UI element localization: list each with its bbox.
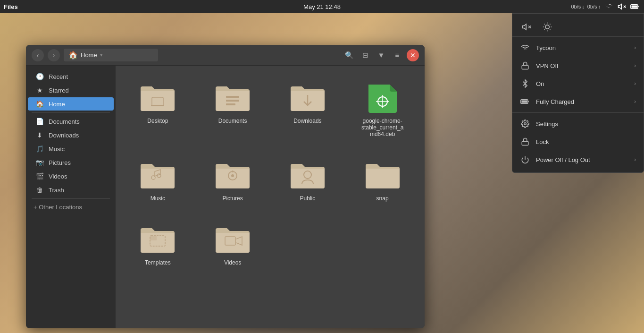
sidebar-item-starred[interactable]: ★ Starred (28, 84, 114, 97)
breadcrumb[interactable]: 🏠 Home ▾ (64, 49, 158, 61)
svg-point-18 (232, 171, 234, 172)
battery-icon[interactable] (630, 1, 640, 12)
svg-marker-0 (619, 4, 622, 9)
datetime: May 21 12:48 (303, 3, 341, 10)
file-item-downloads[interactable]: Downloads (275, 75, 341, 143)
snap-folder-icon (364, 158, 401, 191)
svg-rect-7 (226, 96, 239, 98)
svg-rect-4 (632, 6, 637, 8)
net-down-value: 0b/s (571, 4, 581, 9)
sidebar-item-home[interactable]: 🏠 Home (28, 97, 114, 111)
recent-icon: 🕐 (35, 73, 44, 80)
downloads-label: Downloads (293, 118, 321, 124)
sort-button[interactable]: ▼ (375, 49, 388, 62)
forward-button[interactable]: › (48, 49, 60, 61)
window-body: 🕐 Recent ★ Starred 🏠 Home 📄 Documents ⬇ … (26, 66, 425, 328)
tray-lock-icon (520, 137, 530, 147)
downloads-icon: ⬇ (35, 131, 44, 139)
file-item-videos[interactable]: Videos (200, 217, 266, 272)
sidebar-item-music[interactable]: 🎵 Music (28, 142, 114, 155)
breadcrumb-dropdown-icon: ▾ (100, 52, 103, 58)
main-content: Desktop Documents (116, 66, 425, 328)
tray-power-arrow: › (634, 156, 636, 163)
back-button[interactable]: ‹ (32, 49, 44, 61)
tray-lock-label: Lock (536, 138, 636, 145)
documents-folder-icon (214, 81, 251, 114)
file-item-public[interactable]: Public (275, 153, 341, 207)
search-button[interactable]: 🔍 (343, 49, 356, 62)
sidebar-item-videos[interactable]: 🎬 Videos (28, 170, 114, 183)
view-button[interactable]: ⊟ (359, 49, 372, 62)
svg-rect-6 (151, 105, 164, 106)
tray-power-icon (520, 154, 530, 165)
file-item-documents[interactable]: Documents (200, 75, 266, 143)
svg-marker-23 (523, 24, 527, 30)
videos-folder-icon (214, 222, 251, 256)
tray-wifi-label: Tycoon (536, 44, 628, 51)
documents-label: Documents (218, 118, 247, 124)
tray-settings-item[interactable]: Settings (512, 115, 644, 133)
other-locations-label: + Other Locations (33, 204, 82, 211)
window-titlebar: ‹ › 🏠 Home ▾ 🔍 ⊟ ▼ ≡ ✕ (26, 45, 425, 66)
tray-brightness-icon[interactable] (541, 20, 554, 34)
sound-icon[interactable] (617, 1, 627, 12)
sidebar-label-recent: Recent (49, 73, 68, 80)
svg-line-33 (544, 29, 545, 30)
templates-label: Templates (145, 259, 171, 266)
file-item-templates[interactable]: Templates (125, 217, 191, 272)
file-item-desktop[interactable]: Desktop (125, 75, 191, 143)
breadcrumb-label: Home (81, 51, 97, 59)
pictures-icon: 📷 (35, 159, 44, 166)
tray-battery-icon (520, 96, 530, 107)
home-icon: 🏠 (68, 51, 78, 60)
tray-vpn-icon (520, 60, 530, 71)
music-folder-icon (139, 158, 176, 191)
sidebar-item-trash[interactable]: 🗑 Trash (28, 183, 114, 196)
topbar: Files May 21 12:48 0b/s ↓ 0b/s ↑ (0, 0, 644, 13)
topbar-right: 0b/s ↓ 0b/s ↑ (571, 1, 640, 12)
chrome-deb-label: google-chrome-stable_current_amd64.deb (361, 118, 404, 137)
svg-line-34 (550, 24, 550, 25)
sidebar-label-trash: Trash (49, 187, 64, 194)
public-label: Public (300, 195, 316, 202)
file-item-pictures[interactable]: Pictures (200, 153, 266, 207)
tray-bluetooth-item[interactable]: On › (512, 75, 644, 93)
tray-wifi-item[interactable]: Tycoon › (512, 39, 644, 57)
svg-point-39 (524, 123, 527, 125)
sidebar: 🕐 Recent ★ Starred 🏠 Home 📄 Documents ⬇ … (26, 66, 116, 328)
sidebar-label-documents: Documents (49, 118, 80, 125)
tray-vpn-item[interactable]: VPN Off › (512, 57, 644, 75)
snap-label: snap (376, 195, 389, 202)
net-up-value: 0b/s (587, 4, 597, 9)
close-button[interactable]: ✕ (407, 49, 419, 61)
videos-label: Videos (224, 259, 241, 266)
tray-battery-label: Fully Charged (536, 98, 628, 105)
tray-sound-icon[interactable] (520, 20, 533, 34)
svg-point-17 (231, 174, 234, 177)
wifi-icon[interactable] (603, 1, 614, 12)
app-name: Files (4, 3, 18, 10)
file-item-snap[interactable]: snap (350, 153, 415, 207)
sidebar-item-pictures[interactable]: 📷 Pictures (28, 156, 114, 169)
sidebar-item-recent[interactable]: 🕐 Recent (28, 70, 114, 83)
sidebar-item-other-locations[interactable]: + Other Locations (26, 201, 116, 213)
chrome-deb-icon (364, 81, 401, 114)
tray-vpn-arrow: › (634, 62, 636, 69)
pictures-folder-icon (214, 158, 251, 191)
tray-popup: Tycoon › VPN Off › On › (512, 13, 644, 173)
tray-settings-label: Settings (536, 120, 636, 128)
star-icon: ★ (35, 86, 44, 94)
public-folder-icon (289, 158, 326, 191)
file-item-chrome-deb[interactable]: google-chrome-stable_current_amd64.deb (350, 75, 415, 143)
svg-rect-21 (150, 236, 157, 240)
file-item-music[interactable]: Music (125, 153, 191, 207)
tray-lock-item[interactable]: Lock (512, 133, 644, 151)
tray-top-icons (512, 17, 644, 37)
menu-button[interactable]: ≡ (391, 49, 404, 62)
file-manager-window: ‹ › 🏠 Home ▾ 🔍 ⊟ ▼ ≡ ✕ 🕐 Recent ★ Starre… (26, 45, 425, 328)
sidebar-item-documents[interactable]: 📄 Documents (28, 115, 114, 128)
sidebar-label-pictures: Pictures (49, 159, 71, 166)
tray-power-item[interactable]: Power Off / Log Out › (512, 151, 644, 169)
sidebar-item-downloads[interactable]: ⬇ Downloads (28, 128, 114, 142)
tray-battery-item[interactable]: Fully Charged › (512, 93, 644, 111)
